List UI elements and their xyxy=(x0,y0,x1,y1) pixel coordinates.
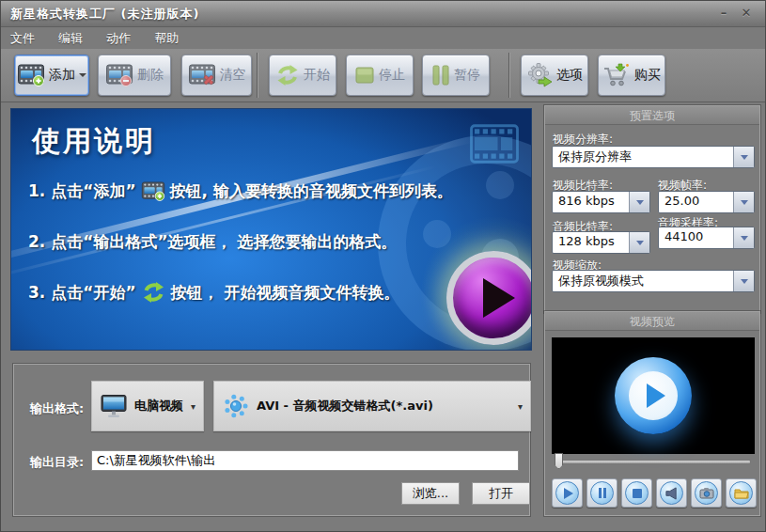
pause-icon xyxy=(590,481,614,505)
green-pause-icon xyxy=(431,65,450,86)
delete-button-label: 删除 xyxy=(137,67,164,84)
sample-rate-select[interactable]: 44100 xyxy=(658,227,755,249)
film-minus-icon xyxy=(105,63,133,87)
browse-button[interactable]: 浏览... xyxy=(401,482,460,505)
preview-play-button[interactable] xyxy=(615,357,692,434)
device-type-select[interactable]: 电脑视频 ▾ xyxy=(91,381,204,431)
buy-button-label: 购买 xyxy=(634,67,661,84)
add-button[interactable]: 添加 xyxy=(14,55,89,96)
filmstrip-icon xyxy=(469,124,520,164)
volume-button[interactable] xyxy=(656,478,687,508)
camera-icon xyxy=(695,481,718,505)
open-button[interactable]: 打开 xyxy=(472,482,530,505)
output-format-group: 输出格式: 电脑视频 ▾ AVI - 音频视频交错格式(*.avi) ▾ 输出目… xyxy=(13,364,530,516)
clear-button[interactable]: 清空 xyxy=(181,55,252,96)
combo-arrow-icon[interactable] xyxy=(733,147,754,167)
pause-button[interactable]: 暂停 xyxy=(422,55,490,96)
toolbar: 添加 删除 xyxy=(1,49,765,102)
usage-title: 使用说明 xyxy=(32,122,156,161)
stop-icon xyxy=(625,481,649,505)
app-title: 新星格式转换工厂 (未注册版本) xyxy=(10,6,199,23)
combo-arrow-icon[interactable] xyxy=(629,192,649,212)
format-select[interactable]: AVI - 音频视频交错格式(*.avi) ▾ xyxy=(213,381,531,431)
titlebar: 新星格式转换工厂 (未注册版本) – ✕ xyxy=(1,1,765,27)
video-screen xyxy=(552,337,755,454)
play-icon xyxy=(629,371,678,420)
device-type-value: 电脑视频 xyxy=(134,398,183,415)
step-3: 3. 点击“开始” 按钮， 开始视频音频文件转换。 xyxy=(28,281,399,304)
caret-down-icon: ▾ xyxy=(191,401,195,412)
resolution-select[interactable]: 保持原分辨率 xyxy=(552,146,755,168)
menu-item-help[interactable]: 帮助 xyxy=(145,27,188,50)
preview-pause-control[interactable] xyxy=(586,478,617,508)
presets-header: 预置选项 xyxy=(545,106,759,125)
menu-item-action[interactable]: 动作 xyxy=(97,27,140,50)
folder-icon xyxy=(729,481,753,505)
snapshot-button[interactable] xyxy=(691,478,722,508)
caret-down-icon: ▾ xyxy=(518,401,523,412)
play-icon xyxy=(555,481,579,505)
buy-button[interactable]: 购买 xyxy=(598,55,665,96)
add-button-label: 添加 xyxy=(49,67,75,84)
preview-stop-control[interactable] xyxy=(621,478,652,508)
step-1: 1. 点击“添加” 按钮, 输入要转换的音视频文件到列表。 xyxy=(28,180,453,202)
preview-play-control[interactable] xyxy=(552,478,583,508)
format-value: AVI - 音频视频交错格式(*.avi) xyxy=(257,398,433,415)
film-x-icon xyxy=(188,63,216,87)
stop-button[interactable]: 停止 xyxy=(346,55,414,96)
seek-thumb[interactable] xyxy=(555,453,563,469)
video-preview-panel: 视频预览 xyxy=(544,311,760,516)
delete-button[interactable]: 删除 xyxy=(98,55,171,96)
toolbar-separator xyxy=(508,53,509,98)
presets-panel: 预置选项 视频分辨率: 保持原分辨率 视频比特率: 视频帧率: 816 kbps… xyxy=(544,105,760,313)
menu-item-edit[interactable]: 编辑 xyxy=(49,27,92,50)
pause-button-label: 暂停 xyxy=(454,67,480,84)
combo-arrow-icon[interactable] xyxy=(733,192,754,212)
toolbar-separator xyxy=(257,53,258,98)
instruction-panel: 使用说明 1. 点击“添加” 按钮, 输入要转换的音视频文件到列表。 2. 点击… xyxy=(10,108,532,351)
start-button[interactable]: 开始 xyxy=(269,55,336,96)
video-preview-header: 视频预览 xyxy=(545,312,759,331)
frame-rate-select[interactable]: 25.00 xyxy=(658,191,755,213)
output-dir-input[interactable] xyxy=(91,450,519,471)
green-square-icon xyxy=(354,66,375,85)
video-scale-select[interactable]: 保持原视频模式 xyxy=(552,270,755,292)
monitor-icon xyxy=(100,394,128,419)
big-play-button[interactable] xyxy=(446,251,532,345)
output-format-label: 输出格式: xyxy=(30,400,84,417)
film-plus-icon xyxy=(17,63,45,87)
output-dir-label: 输出目录: xyxy=(30,454,84,471)
combo-arrow-icon[interactable] xyxy=(733,227,754,248)
close-button[interactable]: ✕ xyxy=(737,5,756,22)
minimize-button[interactable]: – xyxy=(714,5,733,22)
start-button-label: 开始 xyxy=(304,67,330,84)
combo-arrow-icon[interactable] xyxy=(629,232,649,253)
seek-slider[interactable] xyxy=(558,460,751,464)
refresh-arrows-icon xyxy=(275,64,300,86)
combo-arrow-icon[interactable] xyxy=(733,271,754,291)
menu-item-file[interactable]: 文件 xyxy=(1,27,44,50)
audio-bitrate-select[interactable]: 128 kbps xyxy=(552,231,650,254)
options-button-label: 选项 xyxy=(556,67,583,84)
app-window: 新星格式转换工厂 (未注册版本) – ✕ 文件 编辑 动作 帮助 添加 xyxy=(0,0,766,532)
menubar: 文件 编辑 动作 帮助 xyxy=(1,27,765,49)
cart-icon xyxy=(602,63,631,87)
stop-button-label: 停止 xyxy=(379,67,405,84)
step-2: 2. 点击“输出格式”选项框， 选择您要输出的格式。 xyxy=(28,231,397,253)
film-plus-icon xyxy=(141,180,165,202)
speaker-icon xyxy=(660,481,683,505)
add-dropdown-caret xyxy=(79,73,86,81)
open-folder-button[interactable] xyxy=(726,478,757,508)
blue-dots-icon xyxy=(222,392,250,420)
video-bitrate-select[interactable]: 816 kbps xyxy=(552,191,650,213)
gear-arrow-icon xyxy=(526,63,553,87)
refresh-arrows-icon xyxy=(141,281,166,304)
options-button[interactable]: 选项 xyxy=(521,55,588,96)
clear-button-label: 清空 xyxy=(220,67,246,84)
